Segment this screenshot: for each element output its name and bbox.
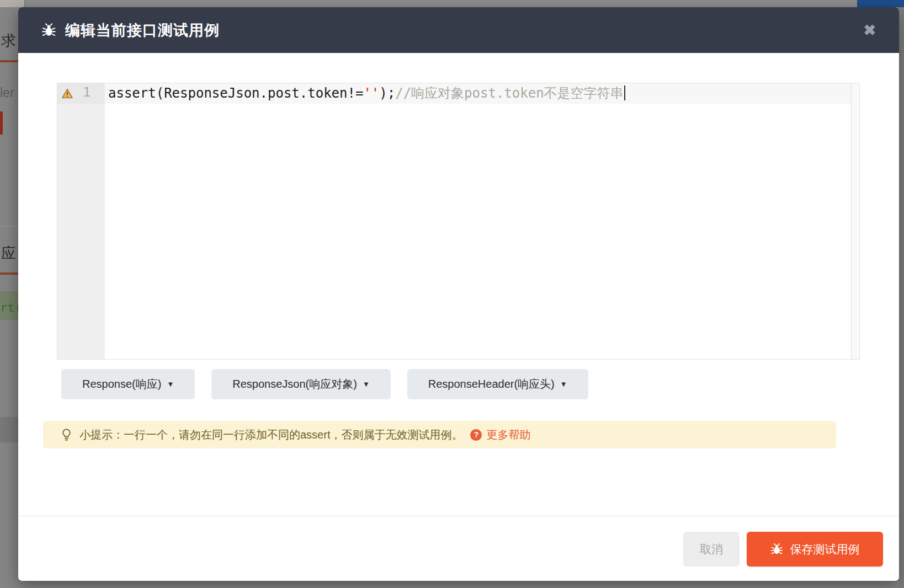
background-header-label-fragment: ler (0, 85, 14, 100)
dialog-title: 编辑当前接口测试用例 (65, 20, 220, 40)
cancel-button[interactable]: 取消 (683, 532, 740, 566)
save-test-case-button[interactable]: 保存测试用例 (747, 532, 883, 566)
save-button-label: 保存测试用例 (790, 542, 860, 557)
background-active-tab-underline (0, 60, 18, 62)
editor-gutter-active-row: 1 (57, 83, 105, 104)
background-active-tab-underline (0, 272, 18, 275)
chevron-down-icon: ▼ (560, 380, 567, 388)
response-dropdown-button[interactable]: Response(响应) ▼ (61, 369, 195, 399)
editor-gutter: 1 (57, 83, 105, 359)
edit-test-case-dialog: 编辑当前接口测试用例 ✖ 1 (18, 7, 899, 581)
code-input-area[interactable]: assert(ResponseJson.post.token!='');//响应… (105, 83, 851, 359)
background-blue-button-fragment (857, 0, 904, 7)
tip-text: 小提示：一行一个，请勿在同一行添加不同的assert，否则属于无效测试用例。 (79, 427, 462, 442)
code-text: assert(ResponseJson.post.token!= (108, 85, 363, 101)
responseheader-dropdown-button[interactable]: ResponseHeader(响应头) ▼ (407, 369, 588, 399)
background-right-sliver (899, 7, 904, 588)
line-number: 1 (83, 85, 91, 99)
chevron-down-icon: ▼ (167, 380, 174, 388)
background-response-tab-fragment: 应 (1, 243, 16, 263)
close-icon[interactable]: ✖ (863, 23, 876, 38)
background-divider (0, 226, 18, 227)
code-comment-token: //响应对象post.token不是空字符串 (395, 85, 623, 101)
variable-buttons-row: Response(响应) ▼ ResponseJson(响应对象) ▼ Resp… (61, 369, 588, 399)
screen: 求 ler 应 rt(F 编辑当前接口测试用例 ✖ (0, 0, 904, 588)
chevron-down-icon: ▼ (363, 380, 370, 388)
responseheader-dropdown-label: ResponseHeader(响应头) (428, 377, 555, 392)
background-red-element-fragment (0, 111, 3, 135)
warning-triangle-icon (62, 88, 73, 101)
responsejson-dropdown-label: ResponseJson(响应对象) (232, 377, 357, 392)
code-line: assert(ResponseJson.post.token!='');//响应… (105, 83, 851, 104)
responsejson-dropdown-button[interactable]: ResponseJson(响应对象) ▼ (211, 369, 391, 399)
background-request-tab-fragment: 求 (1, 31, 16, 51)
text-cursor (624, 85, 625, 100)
response-dropdown-label: Response(响应) (82, 377, 161, 392)
code-string-token: '' (363, 85, 379, 101)
footer-divider (18, 516, 899, 516)
lightbulb-icon (61, 428, 72, 441)
bug-icon (41, 23, 56, 38)
more-help-link[interactable]: 更多帮助 (486, 427, 530, 442)
tip-banner: 小提示：一行一个，请勿在同一行添加不同的assert，否则属于无效测试用例。 ?… (43, 421, 836, 448)
question-circle-icon: ? (470, 429, 482, 441)
background-top-strip (25, 0, 857, 7)
code-text: ); (379, 85, 395, 101)
editor-scrollbar[interactable] (851, 83, 859, 359)
dialog-header: 编辑当前接口测试用例 ✖ (18, 7, 899, 53)
assert-code-editor: 1 assert(ResponseJson.post.token!='');//… (57, 83, 860, 360)
background-dark-block (0, 417, 18, 442)
bug-icon (770, 543, 783, 555)
background-top-strip (0, 0, 24, 7)
